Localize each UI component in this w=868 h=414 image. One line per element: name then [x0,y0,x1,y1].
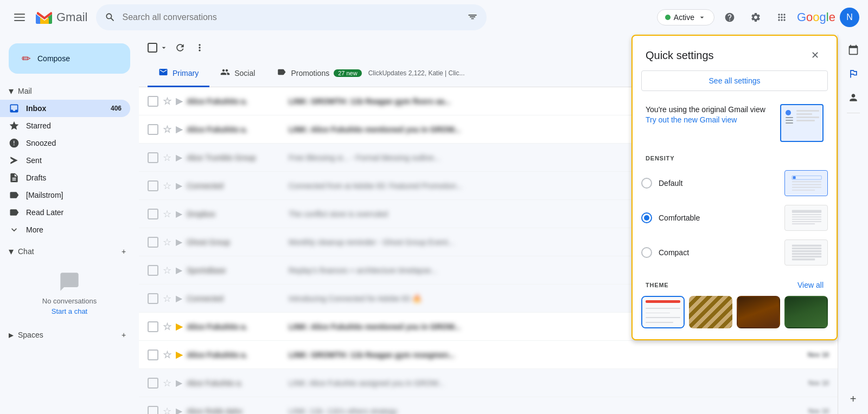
email-checkbox[interactable] [148,406,158,415]
sidebar-item-sent[interactable]: Sent [0,152,130,169]
email-star-icon[interactable]: ☆ [163,208,171,220]
email-important-icon[interactable]: ▶ [176,350,182,360]
email-important-icon[interactable]: ▶ [176,152,182,163]
compose-button[interactable]: ✏ Compose [9,43,130,74]
sidebar-item-drafts[interactable]: Drafts [0,169,130,186]
email-important-icon[interactable]: ▶ [176,237,182,247]
search-bar[interactable] [96,4,487,30]
svg-rect-15 [792,245,821,247]
active-label: Active [674,13,694,22]
email-star-icon[interactable]: ☆ [163,180,171,192]
tab-primary[interactable]: Primary [148,61,209,87]
email-from: Alice Fukuhito a. [187,379,284,387]
menu-icon[interactable] [9,7,30,28]
svg-rect-11 [792,216,821,217]
email-important-icon[interactable]: ▶ [176,209,182,219]
email-checkbox[interactable] [148,96,158,107]
email-checkbox[interactable] [148,209,158,219]
table-row[interactable]: ☆ ▶ Alice Robb daho LINK: 11b- 11b's oth… [139,397,838,414]
email-star-icon[interactable]: ☆ [163,349,171,361]
tasks-icon[interactable] [843,63,864,85]
theme-green[interactable] [784,296,828,328]
email-checkbox[interactable] [148,350,158,360]
density-comfortable-option[interactable]: Comfortable [641,203,828,233]
theme-gmail-default[interactable] [641,296,685,328]
density-default-radio[interactable] [641,178,652,189]
try-new-view-link[interactable]: Try out the new Gmail view [646,115,737,124]
email-star-icon[interactable]: ☆ [163,152,171,164]
email-important-icon[interactable]: ▶ [176,406,182,414]
email-important-icon[interactable]: ▶ [176,96,182,106]
email-important-icon[interactable]: ▶ [176,180,182,191]
email-checkbox[interactable] [148,321,158,332]
email-meta: Nov 10 [808,407,829,415]
new-chat-icon[interactable]: + [117,245,130,258]
new-space-icon[interactable]: + [117,328,130,341]
email-checkbox[interactable] [148,265,158,276]
tab-promotions[interactable]: Promotions 27 new ClickUpdates 2,122, Ka… [266,61,475,87]
active-status-button[interactable]: Active [657,9,714,25]
refresh-button[interactable] [171,39,189,56]
quick-settings-close-button[interactable]: ✕ [806,47,824,64]
table-row[interactable]: ☆ ▶ Alice Fukuhito a. LINK: Alice Fukuhi… [139,369,838,397]
select-dropdown-icon[interactable] [158,42,169,53]
settings-icon[interactable] [745,7,767,28]
chat-section[interactable]: ▾ Chat + [0,243,139,260]
email-important-icon[interactable]: ▶ [176,293,182,303]
table-row[interactable]: ☆ ▶ Alice Fukuhito a. LINK: GROWTH: 11b … [139,341,838,369]
density-compact-option[interactable]: Compact [641,237,828,268]
select-checkbox-area[interactable] [148,42,169,53]
density-comfortable-radio[interactable] [641,212,652,223]
view-all-themes-link[interactable]: View all [797,281,824,289]
email-important-icon[interactable]: ▶ [176,321,182,332]
right-panel: + [838,35,868,414]
theme-dark-forest[interactable] [737,296,780,328]
email-important-icon[interactable]: ▶ [176,124,182,134]
email-checkbox[interactable] [148,152,158,163]
email-checkbox[interactable] [148,180,158,191]
quick-settings-title: Quick settings [646,49,714,62]
using-original-text: You're using the original Gmail view [646,104,771,115]
avatar[interactable]: N [840,8,859,27]
density-compact-radio[interactable] [641,247,652,258]
theme-chess[interactable] [689,296,732,328]
spaces-section[interactable]: ▸ Spaces + [0,326,139,344]
email-checkbox[interactable] [148,124,158,135]
email-star-icon[interactable]: ☆ [163,293,171,305]
email-from: Alice Fukuhito a. [187,125,284,134]
svg-rect-9 [792,210,821,213]
email-star-icon[interactable]: ☆ [163,264,171,276]
email-checkbox[interactable] [148,237,158,248]
email-star-icon[interactable]: ☆ [163,124,171,135]
density-default-option[interactable]: Default [641,168,828,198]
sidebar-item-more[interactable]: More [0,221,130,238]
quick-settings-panel: Quick settings ✕ See all settings You're… [631,35,838,340]
see-all-settings-button[interactable]: See all settings [641,70,828,91]
tab-social[interactable]: Social [209,61,266,87]
email-star-icon[interactable]: ☆ [163,321,171,333]
select-all-checkbox[interactable] [148,43,157,53]
sidebar-item-starred[interactable]: Starred [0,117,130,134]
start-chat-link[interactable]: Start a chat [52,307,87,315]
email-checkbox[interactable] [148,293,158,304]
email-important-icon[interactable]: ▶ [176,265,182,275]
sidebar-item-inbox[interactable]: Inbox 406 [0,100,130,117]
sidebar-item-snoozed[interactable]: Snoozed [0,134,130,152]
email-checkbox[interactable] [148,378,158,389]
search-input[interactable] [122,12,461,22]
contacts-icon[interactable] [843,87,864,108]
calendar-icon[interactable] [843,39,864,61]
help-icon[interactable] [719,7,741,28]
sidebar-item-read-later[interactable]: Read Later [0,204,130,221]
email-star-icon[interactable]: ☆ [163,236,171,248]
email-star-icon[interactable]: ☆ [163,405,171,415]
search-filter-icon[interactable] [467,12,478,23]
sidebar-item-mailstrom[interactable]: [Mailstrom] [0,186,130,204]
email-important-icon[interactable]: ▶ [176,378,182,388]
more-toolbar-icon[interactable] [191,39,208,56]
apps-icon[interactable] [771,7,793,28]
mail-section[interactable]: ▾ Mail [0,82,139,100]
email-star-icon[interactable]: ☆ [163,377,171,389]
email-star-icon[interactable]: ☆ [163,95,171,107]
add-addon-icon[interactable]: + [843,388,864,410]
